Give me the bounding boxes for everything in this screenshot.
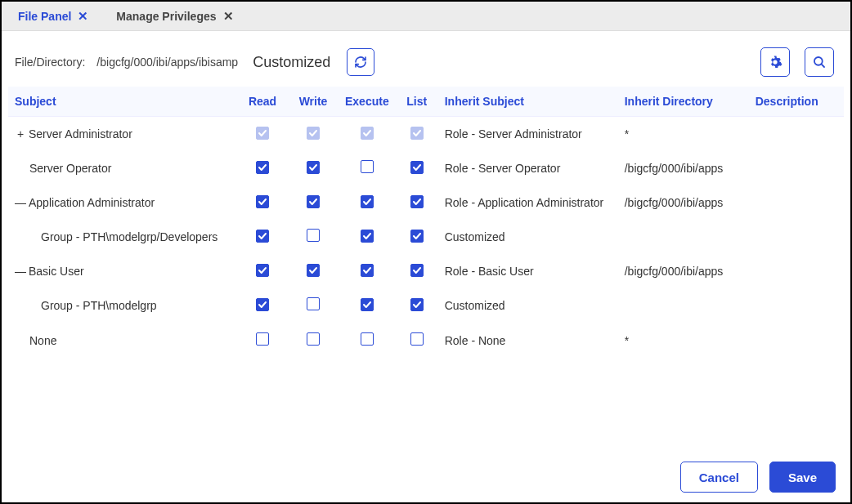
cell-subject: Server Operator (8, 150, 237, 185)
check-icon (412, 231, 422, 241)
checkbox[interactable] (256, 230, 269, 243)
cancel-button[interactable]: Cancel (680, 462, 758, 493)
cell-execute (339, 219, 396, 254)
save-button[interactable]: Save (769, 462, 836, 493)
cell-subject: Group - PTH\modelgrp/Developers (8, 219, 237, 254)
col-list[interactable]: List (396, 87, 438, 117)
col-read[interactable]: Read (237, 87, 288, 117)
checkbox[interactable] (307, 297, 320, 310)
cell-read (237, 117, 288, 151)
checkbox[interactable] (256, 298, 269, 311)
settings-button[interactable] (760, 47, 790, 77)
tabbar: File Panel ✕ Manage Privileges ✕ (2, 2, 850, 31)
checkbox[interactable] (307, 229, 320, 242)
cell-description (749, 323, 844, 358)
subject-label: Basic User (29, 265, 84, 278)
checkbox[interactable] (410, 230, 424, 243)
cell-read (237, 219, 288, 254)
cell-execute (339, 254, 396, 288)
cell-list (396, 288, 438, 323)
check-icon (412, 163, 422, 172)
table-row: +Server Administrator Role - Server Admi… (8, 117, 844, 151)
tab-manage-privileges[interactable]: Manage Privileges ✕ (116, 9, 233, 24)
col-execute[interactable]: Execute (339, 87, 396, 117)
checkbox[interactable] (410, 161, 424, 174)
checkbox[interactable] (307, 264, 320, 277)
checkbox[interactable] (361, 195, 374, 208)
checkbox[interactable] (307, 195, 320, 208)
cell-description (749, 150, 844, 185)
check-icon (412, 197, 422, 207)
cell-write (288, 254, 339, 288)
cell-inherit-directory: * (618, 323, 749, 358)
cell-read (237, 150, 288, 185)
cell-write (288, 219, 339, 254)
cell-execute (339, 185, 396, 219)
checkbox[interactable] (361, 230, 374, 243)
cell-description (749, 288, 844, 323)
checkbox[interactable] (361, 160, 374, 173)
refresh-icon (354, 56, 367, 69)
check-icon (308, 128, 318, 138)
close-icon[interactable]: ✕ (223, 9, 234, 24)
col-inherit-directory[interactable]: Inherit Directory (618, 87, 749, 117)
checkbox[interactable] (361, 332, 374, 346)
cell-inherit-directory: * (618, 117, 749, 151)
col-write[interactable]: Write (288, 87, 339, 117)
subject-label: Server Operator (15, 162, 111, 175)
close-icon[interactable]: ✕ (78, 9, 88, 24)
subject-label: Group - PTH\modelgrp (15, 299, 157, 312)
search-button[interactable] (805, 47, 834, 77)
row-expander[interactable]: — (15, 265, 26, 278)
privileges-table: Subject Read Write Execute List Inherit … (8, 87, 844, 358)
tab-file-panel[interactable]: File Panel ✕ (18, 9, 88, 24)
gear-icon (768, 55, 782, 69)
checkbox[interactable] (307, 332, 320, 346)
check-icon (258, 197, 267, 207)
check-icon (258, 300, 267, 310)
checkbox[interactable] (361, 298, 374, 311)
checkbox[interactable] (410, 264, 424, 277)
row-expander[interactable]: + (15, 127, 26, 140)
table-row: Group - PTH\modelgrp/Developers Customiz… (8, 219, 844, 254)
cell-list (396, 185, 438, 219)
checkbox[interactable] (361, 264, 374, 277)
checkbox[interactable] (410, 332, 424, 346)
col-description[interactable]: Description (749, 87, 844, 117)
subject-label: None (15, 334, 56, 347)
checkbox[interactable] (256, 332, 269, 346)
cell-subject: —Application Administrator (8, 185, 237, 219)
col-subject[interactable]: Subject (8, 87, 237, 117)
checkbox[interactable] (256, 161, 269, 174)
refresh-button[interactable] (347, 48, 374, 76)
file-directory-label: File/Directory: (15, 56, 85, 69)
search-icon (812, 55, 827, 69)
check-icon (258, 231, 267, 241)
check-icon (362, 300, 372, 310)
checkbox (361, 127, 374, 140)
checkbox[interactable] (410, 298, 424, 311)
cell-write (288, 185, 339, 219)
subject-label: Server Administrator (29, 127, 132, 140)
cell-execute (339, 117, 396, 151)
checkbox[interactable] (256, 264, 269, 277)
table-row: —Basic User Role - Basic User/bigcfg/000… (8, 254, 844, 288)
cell-list (396, 219, 438, 254)
cell-execute (339, 288, 396, 323)
checkbox[interactable] (307, 161, 320, 174)
cell-read (237, 323, 288, 358)
cell-list (396, 323, 438, 358)
check-icon (308, 197, 318, 207)
check-icon (308, 163, 318, 172)
checkbox[interactable] (410, 195, 424, 208)
cell-inherit-subject: Role - Basic User (438, 254, 618, 288)
subject-label: Application Administrator (29, 196, 155, 209)
checkbox[interactable] (256, 195, 269, 208)
row-expander[interactable]: — (15, 196, 26, 209)
privileges-table-wrap: Subject Read Write Execute List Inherit … (2, 87, 850, 358)
toolbar: File/Directory: /bigcfg/000/ibi/apps/ibi… (2, 31, 850, 87)
cell-execute (339, 323, 396, 358)
col-inherit-subject[interactable]: Inherit Subject (438, 87, 618, 117)
check-icon (362, 197, 372, 207)
cell-inherit-subject: Role - Application Administrator (438, 185, 618, 219)
